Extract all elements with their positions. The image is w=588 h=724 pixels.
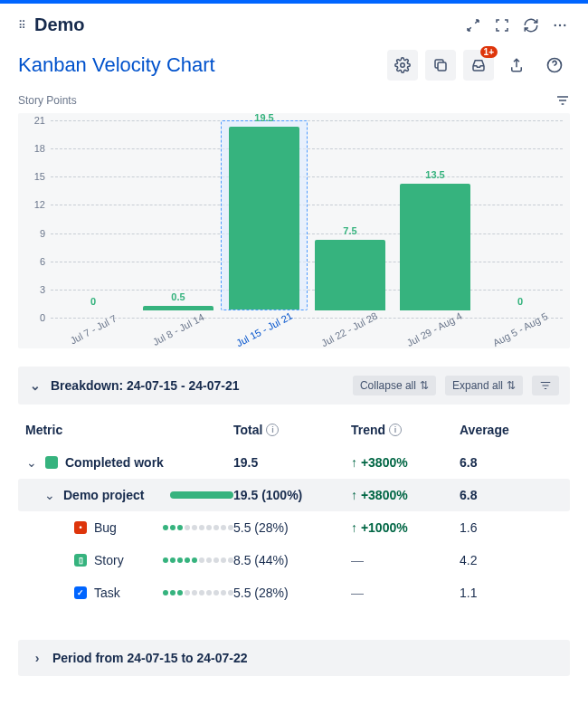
ytick: 12 xyxy=(24,199,45,210)
table-row: •Bug5.5 (28%)↑ +1000%1.6 xyxy=(18,511,570,544)
velocity-chart: 03691215182100.519.57.513.50Jul 7 - Jul … xyxy=(18,113,570,348)
copy-button[interactable] xyxy=(425,50,456,81)
row-trend: — xyxy=(351,586,460,600)
bar-value-label: 0 xyxy=(90,296,96,307)
bar-column[interactable]: 0 xyxy=(478,120,563,310)
ytick: 3 xyxy=(24,284,45,295)
row-average: 4.2 xyxy=(460,553,563,567)
bar-column[interactable]: 7.5 xyxy=(308,120,393,310)
ytick: 15 xyxy=(24,171,45,182)
row-average: 1.1 xyxy=(460,586,563,600)
row-label: Story xyxy=(94,553,124,567)
svg-point-0 xyxy=(555,24,556,25)
row-total: 5.5 (28%) xyxy=(233,586,351,600)
table-row: ✓Task5.5 (28%)—1.1 xyxy=(18,576,570,609)
ytick: 21 xyxy=(24,115,45,126)
bar-value-label: 0.5 xyxy=(171,291,185,302)
help-button[interactable] xyxy=(539,50,570,81)
drag-handle-icon[interactable]: ⠿ xyxy=(18,19,25,32)
row-average: 1.6 xyxy=(460,520,563,535)
app-header: ⠿ Demo xyxy=(0,4,588,46)
row-trend: ↑ +1000% xyxy=(351,520,460,535)
ytick: 6 xyxy=(24,256,45,267)
row-average: 6.8 xyxy=(460,488,563,502)
table-row: ⌄Completed work19.5↑ +3800%6.8 xyxy=(18,446,570,479)
col-metric: Metric xyxy=(25,423,233,437)
issue-type-icon: ✓ xyxy=(74,586,87,599)
row-trend: ↑ +3800% xyxy=(351,455,460,470)
bar-column[interactable]: 19.5 xyxy=(221,120,308,310)
row-label: Completed work xyxy=(65,455,164,470)
col-average: Average xyxy=(460,423,563,437)
page-title: Kanban Velocity Chart xyxy=(18,53,215,77)
chevron-down-icon[interactable]: ⌄ xyxy=(25,455,38,470)
row-trend: — xyxy=(351,553,460,567)
row-total: 19.5 xyxy=(233,455,351,470)
bar-column[interactable]: 0.5 xyxy=(136,120,221,310)
col-total: Total xyxy=(233,423,262,437)
bar-column[interactable]: 13.5 xyxy=(393,120,478,310)
chart-ylabel: Story Points xyxy=(18,94,77,107)
bar-value-label: 19.5 xyxy=(254,112,273,123)
app-title: Demo xyxy=(34,14,85,35)
svg-point-1 xyxy=(559,24,561,25)
row-total: 19.5 (100%) xyxy=(233,488,351,502)
breakdown-table: Metric Totali Trendi Average ⌄Completed … xyxy=(0,405,588,618)
page-subheader: Kanban Velocity Chart 1+ xyxy=(0,46,588,93)
bar-column[interactable]: 0 xyxy=(51,120,136,310)
issue-type-icon: ▯ xyxy=(74,554,87,567)
dot-indicator xyxy=(163,525,233,530)
table-row: ⌄Demo project19.5 (100%)↑ +3800%6.8 xyxy=(18,479,570,511)
breakdown-filter-icon[interactable] xyxy=(532,376,559,395)
issue-type-icon: • xyxy=(74,521,87,534)
svg-rect-4 xyxy=(438,62,446,71)
ytick: 9 xyxy=(24,228,45,239)
row-total: 5.5 (28%) xyxy=(233,520,351,535)
settings-button[interactable] xyxy=(387,50,418,81)
breakdown-range: 24-07-15 - 24-07-21 xyxy=(127,378,240,393)
chevron-down-icon[interactable]: ⌄ xyxy=(43,488,56,502)
bar-value-label: 7.5 xyxy=(343,225,356,236)
breakdown-header[interactable]: ⌄ Breakdown: 24-07-15 - 24-07-21 Collaps… xyxy=(18,367,570,405)
row-trend: ↑ +3800% xyxy=(351,488,460,502)
row-label: Task xyxy=(94,586,120,600)
collapse-icon[interactable] xyxy=(463,15,483,35)
svg-point-3 xyxy=(401,63,405,68)
col-trend: Trend xyxy=(351,423,385,437)
bar-value-label: 13.5 xyxy=(425,169,444,180)
dot-indicator xyxy=(163,590,233,595)
period-range: 24-07-15 to 24-07-22 xyxy=(127,651,247,665)
expand-all-button[interactable]: Expand all⇅ xyxy=(445,376,523,395)
bar-value-label: 0 xyxy=(517,296,523,307)
row-label: Bug xyxy=(94,520,117,535)
more-icon[interactable] xyxy=(550,15,570,35)
progress-bar xyxy=(170,491,233,499)
fullscreen-icon[interactable] xyxy=(492,15,512,35)
info-icon[interactable]: i xyxy=(389,424,402,436)
refresh-icon[interactable] xyxy=(521,15,541,35)
notification-badge: 1+ xyxy=(480,46,498,58)
square-icon xyxy=(45,456,58,469)
table-row: ▯Story8.5 (44%)—4.2 xyxy=(18,544,570,576)
period-header[interactable]: › Period from 24-07-15 to 24-07-22 xyxy=(18,640,570,676)
row-average: 6.8 xyxy=(460,455,563,470)
row-label: Demo project xyxy=(63,488,144,502)
ytick: 0 xyxy=(24,312,45,323)
ytick: 18 xyxy=(24,143,45,154)
chart-filter-icon[interactable] xyxy=(555,93,570,108)
share-button[interactable] xyxy=(501,50,532,81)
row-total: 8.5 (44%) xyxy=(233,553,351,567)
collapse-all-button[interactable]: Collapse all⇅ xyxy=(353,376,436,395)
inbox-button[interactable]: 1+ xyxy=(463,50,494,81)
chevron-down-icon: ⌄ xyxy=(29,378,42,393)
dot-indicator xyxy=(163,557,233,563)
info-icon[interactable]: i xyxy=(266,424,279,436)
chevron-right-icon: › xyxy=(31,651,43,665)
svg-point-2 xyxy=(564,24,565,25)
